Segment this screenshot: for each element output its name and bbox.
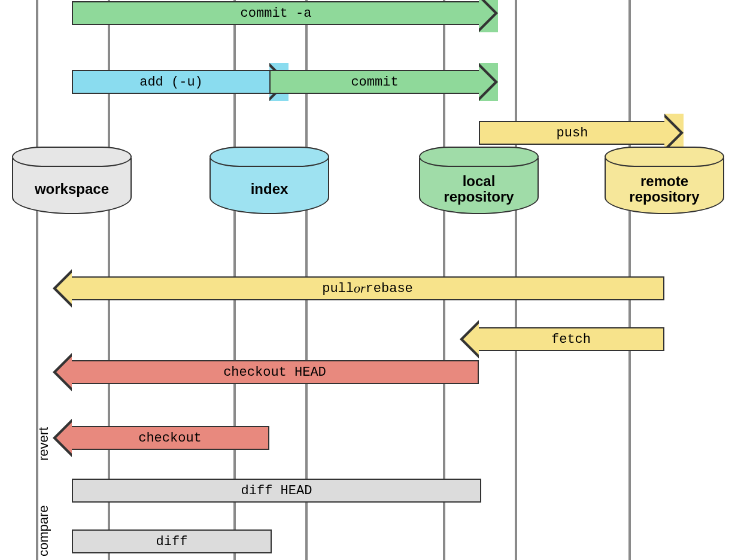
bar-diff: diff — [72, 529, 272, 553]
arrow-fetch-label: fetch — [479, 327, 664, 351]
node-local: local repository — [419, 147, 539, 214]
node-workspace: workspace — [12, 147, 132, 214]
arrow-pull: pull or rebase — [53, 269, 664, 308]
arrow-checkout-label: checkout — [72, 426, 269, 450]
arrow-checkout-head-label: checkout HEAD — [72, 360, 479, 384]
arrow-commit: commit — [269, 63, 498, 101]
arrow-add: add (-u) — [72, 63, 289, 101]
arrow-fetch: fetch — [460, 320, 664, 358]
arrow-push-label: push — [479, 121, 664, 145]
track-line-workspace-l — [36, 0, 38, 560]
arrow-checkout: checkout — [53, 419, 269, 457]
arrow-checkout-head: checkout HEAD — [53, 353, 479, 391]
git-transport-diagram: workspaceindexlocal repositoryremote rep… — [0, 0, 744, 560]
arrow-commit-label: commit — [269, 70, 479, 94]
arrow-commit-a-label: commit -a — [72, 1, 479, 25]
node-index: index — [209, 147, 329, 214]
side-label-compare: compare — [36, 505, 51, 556]
bar-diff-head: diff HEAD — [72, 479, 481, 503]
side-label-revert: revert — [36, 427, 51, 461]
node-remote: remote repository — [605, 147, 724, 214]
arrow-add-label: add (-u) — [72, 70, 269, 94]
arrow-pull-label: pull or rebase — [72, 276, 664, 300]
arrow-commit-a: commit -a — [72, 0, 498, 32]
